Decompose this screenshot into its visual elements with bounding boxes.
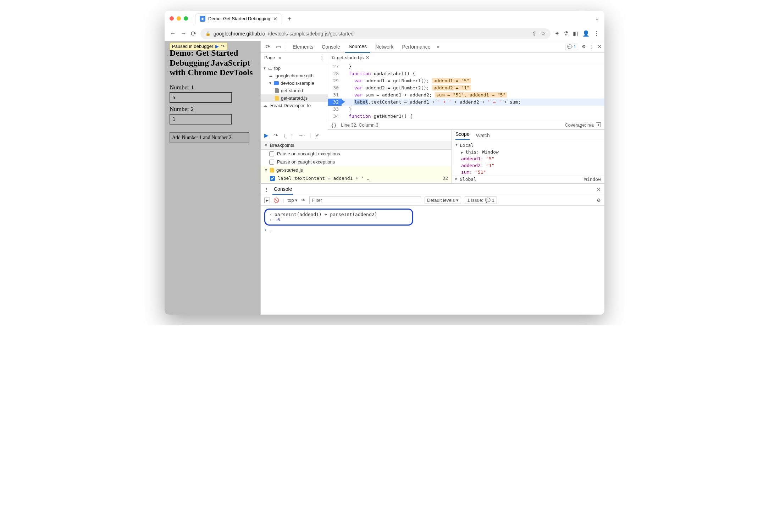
open-file-tab[interactable]: get-started.js <box>337 55 364 60</box>
lock-icon[interactable]: 🔒 <box>205 31 211 36</box>
console-clear-icon[interactable]: 🚫 <box>273 198 279 203</box>
live-expression-icon[interactable]: 👁 <box>301 198 306 203</box>
navigator-more-icon[interactable]: » <box>278 55 281 60</box>
line-number[interactable]: 29 <box>328 77 342 84</box>
tree-react[interactable]: React Developer To <box>261 102 328 109</box>
pause-caught-checkbox[interactable]: Pause on caught exceptions <box>261 158 452 166</box>
settings-icon[interactable]: ⚙ <box>582 44 586 49</box>
resume-button[interactable]: ▶ <box>264 132 269 139</box>
close-devtools-icon[interactable]: ✕ <box>598 44 602 49</box>
drawer-close-icon[interactable]: ✕ <box>596 186 601 193</box>
debug-controls: ▶ ↷ ↓ ↑ →· | ⁄⁄ <box>261 130 452 141</box>
maximize-window-icon[interactable] <box>184 16 188 21</box>
step-over-icon[interactable]: ↷ <box>221 44 225 49</box>
scope-global[interactable]: ▶GlobalWindow <box>452 176 604 183</box>
inline-hint: addend2 = "1" <box>432 85 471 90</box>
tab-console[interactable]: Console <box>318 41 343 52</box>
devtools-tabs: ⟳ ▭ Elements Console Sources Network Per… <box>261 41 604 52</box>
inspect-icon[interactable]: ⟳ <box>264 44 272 50</box>
tab-network[interactable]: Network <box>372 41 397 52</box>
issues-button[interactable]: 1 Issue: 💬 1 <box>465 196 497 204</box>
line-number[interactable]: 31 <box>328 92 342 99</box>
paused-overlay: Paused in debugger ▶ ↷ <box>170 43 227 50</box>
line-number[interactable]: 30 <box>328 84 342 92</box>
sidepanel-icon[interactable]: ◧ <box>573 30 578 37</box>
minimize-window-icon[interactable] <box>177 16 181 21</box>
watch-tab[interactable]: Watch <box>476 133 490 138</box>
close-file-icon[interactable]: ✕ <box>366 55 370 60</box>
drawer-console-tab[interactable]: Console <box>272 184 293 195</box>
breakpoints-header[interactable]: ▼Breakpoints <box>261 141 452 150</box>
line-number[interactable]: 27 <box>328 63 342 70</box>
step-out-button[interactable]: ↑ <box>291 132 294 138</box>
console-sidebar-icon[interactable]: ▶ <box>264 198 270 203</box>
tab-elements[interactable]: Elements <box>289 41 317 52</box>
pause-uncaught-checkbox[interactable]: Pause on uncaught exceptions <box>261 150 452 158</box>
number1-input[interactable] <box>170 92 232 103</box>
breakpoint-file[interactable]: ▼get-started.js <box>261 166 452 174</box>
console-input-text: parseInt(addend1) + parseInt(addend2) <box>275 212 377 217</box>
tabs-overflow-icon[interactable]: ⌄ <box>595 16 599 21</box>
share-icon[interactable]: ⇧ <box>532 31 537 37</box>
extensions-icon[interactable]: ✦ <box>555 30 559 37</box>
tab-close-icon[interactable]: ✕ <box>273 16 277 22</box>
browser-tab[interactable]: ◆ Demo: Get Started Debugging ✕ <box>195 13 282 24</box>
deactivate-breakpoints-button[interactable]: ⁄⁄ <box>316 132 318 138</box>
line-number[interactable]: 28 <box>328 70 342 77</box>
breakpoint-line[interactable]: label.textContent = addend1 + ' …32 <box>261 174 452 182</box>
navigator-menu-icon[interactable]: ⋮ <box>320 55 324 60</box>
tab-sources[interactable]: Sources <box>345 41 370 53</box>
tree-file-html[interactable]: get-started <box>261 87 328 94</box>
issues-badge[interactable]: 💬 1 <box>565 44 578 50</box>
tabs-more-icon[interactable]: » <box>437 44 439 49</box>
tree-file-js[interactable]: get-started.js <box>261 94 328 102</box>
address-bar[interactable]: 🔒 googlechrome.github.io/devtools-sample… <box>200 28 551 39</box>
drawer-menu-icon[interactable]: ⋮ <box>264 187 269 192</box>
scope-tab[interactable]: Scope <box>455 131 470 140</box>
tab-title: Demo: Get Started Debugging <box>208 16 270 21</box>
tree-origin[interactable]: googlechrome.gith <box>261 72 328 79</box>
code-editor[interactable]: 27} 28function updateLabel() { 29 var ad… <box>328 63 604 130</box>
devtools: ⟳ ▭ Elements Console Sources Network Per… <box>260 41 604 315</box>
scope-local[interactable]: ▼Local <box>452 142 604 149</box>
file-nav-icon[interactable]: ⧉ <box>332 55 335 61</box>
console-output[interactable]: ›parseInt(addend1) + parseInt(addend2) ‹… <box>261 206 604 235</box>
context-selector[interactable]: top ▾ <box>287 198 298 203</box>
line-number[interactable]: 34 <box>328 113 342 120</box>
labs-icon[interactable]: ⚗ <box>564 30 569 37</box>
console-settings-icon[interactable]: ⚙ <box>597 198 601 203</box>
coverage-toggle-icon[interactable]: ▾ <box>596 122 601 127</box>
window-controls[interactable] <box>170 16 188 21</box>
back-button[interactable]: ← <box>170 30 176 37</box>
toolbar: ← → ⟳ 🔒 googlechrome.github.io/devtools-… <box>165 26 604 41</box>
line-number[interactable]: 33 <box>328 106 342 113</box>
step-button[interactable]: →· <box>298 132 305 138</box>
log-levels-selector[interactable]: Default levels ▾ <box>425 196 461 204</box>
tree-folder[interactable]: ▼devtools-sample <box>261 79 328 87</box>
step-into-button[interactable]: ↓ <box>283 132 286 138</box>
inline-hint: addend1 = "5" <box>432 78 471 83</box>
console-caret[interactable] <box>270 227 270 232</box>
bookmark-icon[interactable]: ☆ <box>541 31 546 37</box>
menu-icon[interactable]: ⋮ <box>594 30 599 37</box>
line-number[interactable]: 32 <box>328 99 342 106</box>
tab-performance[interactable]: Performance <box>398 41 434 52</box>
close-window-icon[interactable] <box>170 16 174 21</box>
resume-icon[interactable]: ▶ <box>215 44 219 49</box>
titlebar: ◆ Demo: Get Started Debugging ✕ ＋ ⌄ <box>165 11 604 26</box>
step-over-button[interactable]: ↷ <box>273 132 278 139</box>
number2-input[interactable] <box>170 114 232 124</box>
navigator-page-tab[interactable]: Page <box>264 55 275 60</box>
number1-label: Number 1 <box>170 84 255 91</box>
result-prompt-icon: ‹· <box>269 217 275 222</box>
reload-button[interactable]: ⟳ <box>191 30 196 38</box>
scope-this[interactable]: ▶this: Window <box>452 149 604 155</box>
console-filter-input[interactable] <box>309 196 421 204</box>
kebab-icon[interactable]: ⋮ <box>590 44 594 49</box>
device-icon[interactable]: ▭ <box>274 44 283 50</box>
add-button[interactable]: Add Number 1 and Number 2 <box>170 132 249 143</box>
new-tab-button[interactable]: ＋ <box>286 14 293 23</box>
profile-icon[interactable]: 👤 <box>582 30 590 37</box>
pretty-print-icon[interactable]: { } <box>332 122 336 128</box>
tree-top[interactable]: ▼▭ top <box>261 65 328 72</box>
